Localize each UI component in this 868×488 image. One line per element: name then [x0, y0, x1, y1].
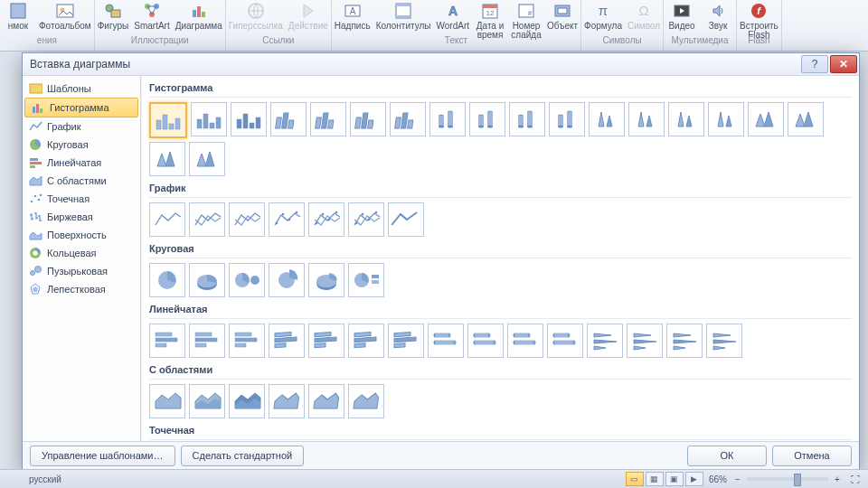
chart-type-area-4[interactable]: [308, 384, 344, 418]
chart-type-line-5[interactable]: [348, 202, 384, 237]
chart-type-bar-0[interactable]: [149, 324, 185, 358]
ribbon-smartart-button[interactable]: SmartArt: [131, 0, 172, 31]
zoom-in-button[interactable]: +: [832, 474, 843, 484]
ribbon-photoalbum-button[interactable]: Фотоальбом: [36, 0, 94, 31]
chart-type-pie-4[interactable]: [308, 263, 344, 297]
chart-type-column-16[interactable]: [788, 102, 824, 136]
svg-text:Ω: Ω: [638, 3, 648, 18]
close-button[interactable]: ✕: [830, 55, 857, 73]
manage-templates-button[interactable]: Управление шаблонами…: [30, 446, 175, 466]
category-doughnut[interactable]: Кольцевая: [23, 244, 140, 262]
category-surface[interactable]: Поверхность: [23, 226, 140, 244]
category-radar[interactable]: Лепестковая: [23, 280, 140, 298]
ribbon-audio-button[interactable]: Звук: [700, 0, 736, 31]
chart-type-line-3[interactable]: [269, 202, 305, 237]
chart-type-area-3[interactable]: [269, 384, 305, 418]
category-column[interactable]: Гистограмма: [24, 98, 138, 117]
chart-type-bar-9[interactable]: [507, 324, 543, 358]
category-pie[interactable]: Круговая: [23, 136, 140, 154]
language-indicator[interactable]: русский: [29, 474, 61, 484]
chart-type-line-0[interactable]: [149, 202, 185, 237]
view-normal-button[interactable]: ▭: [626, 472, 644, 486]
chart-type-pie-0[interactable]: [149, 263, 185, 297]
chart-type-bar-1[interactable]: [189, 324, 225, 358]
ribbon-object-button[interactable]: Объект: [544, 0, 580, 31]
radar-icon: [28, 283, 42, 296]
category-area[interactable]: С областями: [23, 172, 140, 190]
zoom-slider[interactable]: [747, 477, 828, 481]
chart-type-bar-8[interactable]: [467, 324, 504, 358]
zoom-out-button[interactable]: −: [732, 474, 743, 484]
category-line[interactable]: График: [23, 117, 140, 136]
chart-type-bar-10[interactable]: [547, 324, 583, 358]
category-scatter[interactable]: Точечная: [23, 190, 140, 208]
chart-type-column-0[interactable]: [149, 102, 187, 138]
svg-text:A: A: [448, 4, 458, 18]
chart-type-bar-7[interactable]: [428, 324, 464, 358]
chart-type-line-6[interactable]: [388, 202, 424, 237]
chart-type-bar-12[interactable]: [627, 324, 663, 358]
chart-type-column-18[interactable]: [189, 142, 225, 176]
chart-type-column-11[interactable]: [589, 102, 625, 136]
chart-type-column-2[interactable]: [231, 102, 267, 136]
ribbon-shapes-button[interactable]: Фигуры: [95, 0, 131, 31]
fit-button[interactable]: ⛶: [850, 474, 861, 484]
ribbon-wordart-button[interactable]: AWordArt: [434, 0, 473, 31]
chart-type-column-12[interactable]: [628, 102, 665, 136]
chart-type-line-4[interactable]: [308, 202, 344, 237]
chart-type-column-10[interactable]: [549, 102, 585, 136]
chart-type-column-1[interactable]: [191, 102, 227, 136]
chart-type-bar-3[interactable]: [269, 324, 305, 358]
ok-button[interactable]: ОК: [687, 446, 767, 466]
chart-type-column-6[interactable]: [390, 102, 426, 136]
bubble-icon: [28, 265, 42, 277]
chart-type-column-8[interactable]: [469, 102, 505, 136]
help-button[interactable]: ?: [801, 55, 828, 73]
chart-type-pie-5[interactable]: [348, 263, 384, 297]
chart-type-area-5[interactable]: [348, 384, 384, 418]
ribbon-clip-button[interactable]: нмок: [0, 0, 36, 31]
view-reading-button[interactable]: ▣: [665, 472, 684, 486]
chart-type-column-4[interactable]: [310, 102, 346, 136]
ribbon-equation-button[interactable]: πФормула: [581, 0, 625, 31]
set-default-button[interactable]: Сделать стандартной: [181, 446, 305, 466]
svg-point-38: [30, 201, 33, 203]
chart-type-bar-14[interactable]: [706, 324, 742, 358]
chart-type-column-14[interactable]: [708, 102, 744, 136]
chart-type-column-15[interactable]: [748, 102, 784, 136]
ribbon-video-button[interactable]: Видео: [664, 0, 700, 31]
chart-type-bar-4[interactable]: [308, 324, 344, 358]
category-stock[interactable]: Биржевая: [23, 208, 140, 226]
chart-type-column-13[interactable]: [668, 102, 704, 136]
chart-type-pie-1[interactable]: [189, 263, 225, 297]
chart-type-area-0[interactable]: [149, 384, 185, 418]
chart-type-line-2[interactable]: [229, 202, 265, 237]
category-bubble[interactable]: Пузырьковая: [23, 262, 140, 280]
view-sorter-button[interactable]: ▦: [646, 472, 664, 486]
chart-type-bar-13[interactable]: [666, 324, 703, 358]
chart-type-bar-11[interactable]: [587, 324, 623, 358]
zoom-level[interactable]: 66%: [709, 474, 727, 484]
chart-type-column-17[interactable]: [149, 142, 185, 176]
chart-type-line-1[interactable]: [189, 202, 225, 237]
chart-type-column-5[interactable]: [350, 102, 386, 136]
category-templates[interactable]: Шаблоны: [23, 80, 140, 98]
chart-type-pie-3[interactable]: [269, 263, 305, 297]
cancel-button[interactable]: Отмена: [772, 446, 852, 466]
chart-type-bar-6[interactable]: [388, 324, 424, 358]
chart-type-bar-5[interactable]: [348, 324, 384, 358]
ribbon-textbox-button[interactable]: AНадпись: [332, 0, 373, 31]
ribbon-headerfooter-button[interactable]: Колонтитулы: [373, 0, 434, 31]
chart-type-column-9[interactable]: [509, 102, 545, 136]
view-slideshow-button[interactable]: ▶: [685, 472, 703, 486]
chart-type-pie-2[interactable]: [229, 263, 265, 297]
chart-type-column-3[interactable]: [270, 102, 307, 136]
chart-type-area-1[interactable]: [189, 384, 225, 418]
ribbon-chart-button[interactable]: Диаграмма: [173, 0, 225, 31]
chart-type-area-2[interactable]: [229, 384, 265, 418]
category-bar[interactable]: Линейчатая: [23, 154, 140, 172]
chart-type-column-7[interactable]: [429, 102, 466, 136]
svg-rect-138: [435, 333, 449, 338]
chart-type-bar-2[interactable]: [229, 324, 265, 358]
svg-rect-57: [250, 123, 254, 128]
